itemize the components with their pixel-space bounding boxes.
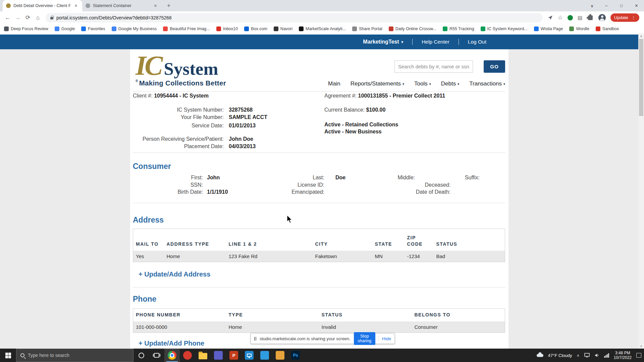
bookmark-favicon	[81, 26, 86, 31]
nav-main[interactable]: Main	[328, 80, 340, 87]
hide-banner-button[interactable]: Hide	[382, 336, 391, 341]
log-out-link[interactable]: Log Out	[459, 39, 495, 45]
stop-sharing-button[interactable]: Stop sharing	[354, 332, 375, 345]
table-header-row: PHONE NUMBER TYPE STATUS BELONGS TO	[133, 309, 505, 321]
help-center-link[interactable]: Help Center	[413, 39, 459, 45]
start-button[interactable]	[0, 349, 16, 362]
account-menu[interactable]: MarketingTest ▾	[354, 39, 412, 45]
profile-avatar[interactable]	[598, 14, 606, 21]
bookmark-item[interactable]: Beautiful Free Imag...	[163, 26, 210, 31]
minimize-button[interactable]: –	[599, 0, 614, 11]
app-icon	[276, 351, 284, 360]
back-icon[interactable]: ←	[3, 13, 13, 23]
bookmark-item[interactable]: Inbox10	[216, 26, 238, 31]
tab-close-icon[interactable]: ✕	[73, 3, 79, 9]
nav-transactions[interactable]: Transactions▾	[469, 80, 505, 87]
taskbar-app-chrome[interactable]	[164, 349, 180, 362]
network-icon[interactable]	[604, 353, 609, 358]
toolbar-right: ☆ ▤ Update ⋮	[545, 13, 641, 22]
cell-phone-number: 101-000-0000	[133, 321, 226, 333]
bookmark-item[interactable]: Favorites	[81, 26, 105, 31]
consumer-section-title: Consumer	[133, 162, 171, 171]
tab-statement-container[interactable]: Statement Container ✕	[82, 0, 162, 11]
update-add-address-link[interactable]: + Update/Add Address	[139, 270, 210, 278]
bookmark-item[interactable]: Wordle	[569, 26, 589, 31]
task-view-button[interactable]	[149, 349, 164, 362]
extension-grammarly-icon[interactable]	[568, 15, 573, 20]
reading-list-icon[interactable]: ▤	[578, 15, 582, 21]
url-text[interactable]: portal.icsystem.com/Debts/Overview?debtI…	[56, 15, 172, 20]
home-icon[interactable]: ⌂	[33, 13, 43, 23]
debt-search-input[interactable]	[394, 60, 473, 73]
taskbar-search-box[interactable]: Type here to search	[16, 349, 133, 362]
bookmark-star-icon[interactable]: ☆	[558, 14, 563, 21]
browser-menu-icon[interactable]: ⋮	[631, 15, 636, 20]
bookmark-item[interactable]: IC System Keyword...	[481, 26, 528, 31]
bookmark-item[interactable]: Share Portal	[352, 26, 382, 31]
ic-system-logo[interactable]: IC System ®Making Collections Better	[136, 53, 226, 87]
bookmark-item[interactable]: Navori	[274, 26, 292, 31]
bookmark-label: Google	[61, 26, 75, 31]
search-go-button[interactable]: GO	[484, 60, 505, 73]
bookmark-item[interactable]: Sandbox	[596, 26, 619, 31]
agreement-number: Agreement #: 1000131855 - Premier Collec…	[324, 93, 445, 99]
update-add-phone-link[interactable]: + Update/Add Phone	[139, 340, 204, 347]
nav-reports-statements[interactable]: Reports/Statements▾	[351, 80, 404, 87]
col-mail-to: MAIL TO	[133, 229, 164, 251]
weather-cloud-icon[interactable]	[537, 354, 543, 357]
bookmark-item[interactable]: Google	[55, 26, 75, 31]
taskbar-app-teams[interactable]	[211, 349, 226, 362]
bookmark-favicon	[443, 26, 447, 31]
scroll-up-icon[interactable]: ▲	[640, 34, 643, 38]
scrollbar-thumb[interactable]	[639, 39, 643, 116]
bookmark-item[interactable]: Deep Focus Review	[4, 26, 48, 31]
nav-debts[interactable]: Debts▾	[441, 80, 459, 87]
page-scrollbar[interactable]: ▲ ▼	[638, 34, 644, 349]
reload-icon[interactable]: ⟳	[23, 13, 33, 23]
address-bar[interactable]: portal.icsystem.com/Debts/Overview?debtI…	[46, 13, 543, 22]
display-tray-icon[interactable]	[584, 353, 590, 358]
extensions-puzzle-icon[interactable]	[588, 15, 593, 20]
bookmark-item[interactable]: Wistia Page	[534, 26, 563, 31]
nav-tools[interactable]: Tools▾	[414, 80, 431, 87]
divider	[133, 287, 505, 288]
share-icon[interactable]	[547, 15, 553, 20]
tab-debt-detail-overview[interactable]: Debt Detail Overview - Client Po ✕	[3, 0, 82, 11]
account-name: MarketingTest	[363, 39, 399, 45]
taskbar-clock[interactable]: 3:48 PM 10/7/2022	[614, 351, 632, 360]
taskbar-app-display[interactable]	[241, 349, 257, 362]
tab-search-chevron-icon[interactable]: ∨	[587, 0, 597, 11]
taskbar-app-media[interactable]	[257, 349, 272, 362]
weather-text[interactable]: 47°F Cloudy	[548, 353, 572, 358]
window-controls: – □ ✕	[599, 0, 644, 11]
tab-close-icon[interactable]: ✕	[153, 3, 158, 9]
bookmark-item[interactable]: MarketScale Analyti...	[299, 26, 346, 31]
table-row[interactable]: Yes Home 123 Fake Rd Faketown MN -1234 B…	[133, 251, 505, 262]
volume-icon[interactable]	[594, 353, 599, 358]
lock-icon[interactable]	[50, 17, 53, 19]
bookmark-item[interactable]: Google My Business	[112, 26, 157, 31]
tray-expand-icon[interactable]: ∧	[577, 353, 580, 358]
taskbar-app-file-explorer[interactable]	[195, 349, 211, 362]
share-banner-text: studio.marketscale.com is sharing your s…	[260, 336, 351, 341]
cell-city: Faketown	[313, 251, 372, 262]
table-row[interactable]: 101-000-0000 Home Invalid Consumer	[133, 321, 505, 333]
phone-section-title: Phone	[133, 295, 156, 304]
scroll-down-icon[interactable]: ▼	[640, 344, 643, 349]
taskbar-app-orange[interactable]	[272, 349, 288, 362]
new-tab-button[interactable]: +	[164, 1, 174, 11]
forward-icon[interactable]: →	[13, 13, 23, 23]
taskbar-app-powerpoint[interactable]: P	[226, 349, 241, 362]
bookmark-item[interactable]: Daily Online Crossw...	[389, 26, 436, 31]
maximize-button[interactable]: □	[614, 0, 629, 11]
cell-status: Invalid	[319, 321, 412, 333]
window-close-button[interactable]: ✕	[629, 0, 644, 11]
field-label: Your File Number:	[133, 114, 224, 120]
bookmark-item[interactable]: R55 Tracking	[443, 26, 474, 31]
bookmark-item[interactable]: Box.com	[244, 26, 267, 31]
taskbar-app-photoshop[interactable]: Ps	[288, 349, 303, 362]
cortana-button[interactable]	[133, 349, 149, 362]
chrome-update-button[interactable]: Update ⋮	[610, 13, 639, 22]
taskbar-app-red[interactable]	[180, 349, 195, 362]
action-center-icon[interactable]	[636, 353, 641, 358]
